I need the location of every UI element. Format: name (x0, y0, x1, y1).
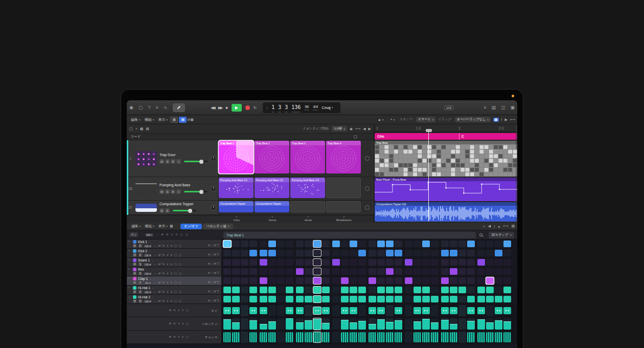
subrow-cell[interactable] (405, 318, 412, 330)
step-track-header[interactable]: ›Kick 1⌄MS/16 ▾→⇄↻∨∧▢▢オン/オフ (127, 240, 222, 248)
option-icon[interactable]: ▢ (174, 263, 177, 266)
subrow-cell[interactable] (358, 305, 366, 316)
subrow-cell[interactable] (350, 307, 357, 314)
loops-view-button[interactable]: ▤ (179, 117, 187, 123)
pencil-tool-icon[interactable]: ▣ (190, 118, 194, 122)
solo-button[interactable]: S (165, 159, 170, 164)
step-cell[interactable] (249, 277, 257, 284)
step-cell[interactable] (369, 296, 376, 302)
option-icon[interactable]: ▢ (186, 233, 188, 236)
wave-icon[interactable]: ∿ (164, 105, 168, 110)
row-cycle-button[interactable] (365, 156, 370, 161)
mute-button[interactable]: M (133, 281, 136, 285)
subrow-cell[interactable] (241, 318, 248, 330)
subrow-cell[interactable] (495, 332, 502, 342)
list-view-icon[interactable]: ≡ (484, 105, 486, 110)
play-direction-icon[interactable]: → (153, 254, 156, 257)
row-cycle-button[interactable] (365, 205, 370, 210)
subrow-cell[interactable] (260, 318, 267, 330)
dot-icon[interactable]: ● (498, 225, 500, 228)
step-cell[interactable] (450, 268, 457, 275)
subrow-cell[interactable] (241, 332, 248, 343)
step-cell[interactable] (369, 250, 376, 256)
subrow-cell[interactable] (249, 307, 257, 314)
step-cell[interactable] (377, 296, 385, 302)
step-cell[interactable] (305, 268, 312, 275)
mute-button[interactable]: M (133, 253, 136, 257)
step-cell[interactable] (268, 241, 276, 247)
step-cell[interactable] (286, 287, 293, 293)
step-cell[interactable] (277, 250, 285, 256)
audio-monitor-icon[interactable]: ◉ (129, 105, 133, 110)
play-direction-icon[interactable]: → (153, 281, 156, 285)
subrow-cell[interactable] (296, 332, 304, 342)
step-cell[interactable] (305, 241, 312, 247)
solo-button[interactable]: S (139, 299, 142, 303)
step-cell[interactable] (277, 268, 285, 275)
step-cell[interactable] (277, 241, 285, 247)
step-cell[interactable] (386, 250, 394, 256)
stack-icon[interactable]: ▣ (510, 105, 515, 110)
menu-edit[interactable]: 編集▾ (131, 224, 141, 229)
step-cell[interactable] (249, 268, 257, 275)
step-cell[interactable] (341, 250, 349, 256)
step-cell[interactable] (431, 296, 439, 302)
step-cell[interactable] (405, 296, 412, 302)
step-cell[interactable] (441, 241, 449, 247)
step-cell[interactable] (405, 250, 412, 256)
step-cell[interactable] (305, 259, 312, 266)
mute-button[interactable]: M (133, 290, 136, 294)
step-cell[interactable] (305, 277, 312, 284)
step-cell[interactable] (305, 287, 312, 293)
option-icon[interactable]: ▢ (178, 254, 181, 257)
step-cell[interactable] (503, 259, 511, 266)
increment-icon[interactable]: ∧ (176, 233, 178, 236)
secondary-tool-dropdown[interactable]: +▾ (390, 118, 395, 121)
step-cell[interactable] (467, 241, 475, 247)
subrow-cell[interactable] (249, 332, 257, 342)
step-cell[interactable] (358, 277, 366, 284)
rate-dropdown[interactable]: /16 ▾ (144, 245, 152, 248)
step-cell[interactable] (477, 287, 485, 293)
subrow-cell[interactable] (422, 307, 430, 314)
scene-trigger[interactable]: ∧Breakdown (326, 215, 362, 223)
step-cell[interactable] (223, 250, 231, 256)
menu-view[interactable]: 表示▾ (158, 224, 168, 229)
ibeam-tool-icon[interactable]: I (501, 118, 502, 121)
subrow-cell[interactable] (377, 332, 385, 342)
subrow-cell[interactable] (249, 318, 257, 330)
step-cell[interactable] (386, 287, 394, 293)
subrow-cell[interactable] (386, 332, 394, 342)
step-cell[interactable] (495, 241, 502, 247)
step-cell[interactable] (332, 259, 340, 266)
step-cell[interactable] (305, 250, 312, 256)
step-cell[interactable] (458, 250, 466, 256)
step-cell[interactable] (486, 268, 494, 275)
step-cell[interactable] (350, 268, 357, 275)
step-cell[interactable] (377, 241, 385, 247)
panel-icon[interactable]: ▤ (511, 224, 515, 228)
rotate-icon[interactable]: ↻ (163, 291, 165, 294)
step-cell[interactable] (422, 259, 430, 266)
subrow-cell[interactable] (486, 332, 494, 342)
subrow-cell[interactable] (413, 332, 421, 342)
subrow-cell[interactable] (223, 332, 231, 342)
step-cell[interactable] (260, 250, 267, 256)
step-cell[interactable] (350, 241, 357, 247)
subrow-cell[interactable] (477, 307, 485, 314)
step-cell[interactable] (249, 296, 257, 302)
region-waveform[interactable]: Computations Topper GG (375, 202, 517, 222)
step-cell[interactable] (322, 277, 330, 284)
input-monitor-button[interactable]: I (176, 159, 181, 164)
loop-cell[interactable]: Computations Topper (219, 201, 254, 212)
subrow-cell[interactable] (332, 318, 340, 330)
lcd-display[interactable]: ♪ 1 3 3 136 90 4/4 Cmaj ▾ (263, 102, 340, 113)
rate-header[interactable]: /16 ▾ (145, 233, 153, 236)
step-cell[interactable] (313, 277, 321, 284)
menu-functions[interactable]: 機能▾ (145, 117, 154, 122)
step-cell[interactable] (486, 259, 494, 266)
step-cell[interactable] (405, 287, 412, 293)
step-cell[interactable] (358, 268, 366, 275)
subrow-cell[interactable] (286, 332, 293, 342)
step-cell[interactable] (241, 287, 248, 293)
